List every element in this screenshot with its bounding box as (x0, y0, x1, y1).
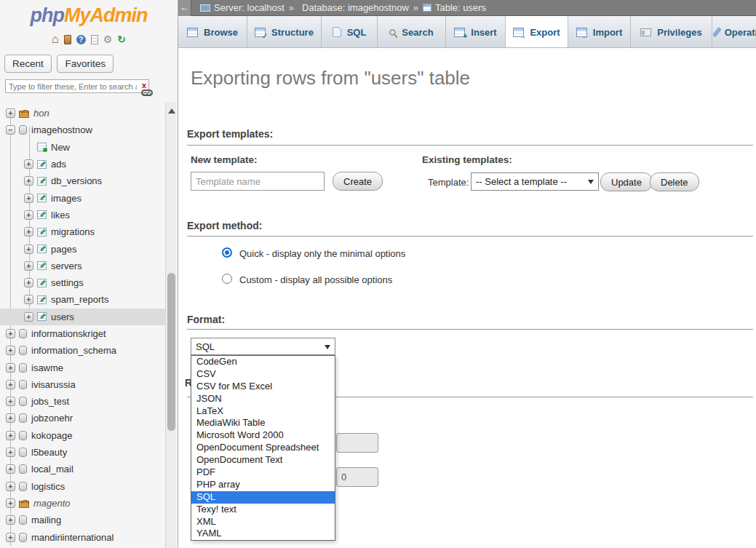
custom-export-radio[interactable] (222, 274, 232, 284)
tree-item-kokopage[interactable]: +kokopage (0, 427, 166, 444)
delete-template-button[interactable]: Delete (650, 172, 699, 191)
tree-item-label[interactable]: mailing (31, 515, 61, 525)
tab-search[interactable]: Search (378, 16, 446, 48)
tree-item-local_mail[interactable]: +local_mail (0, 461, 166, 477)
collapse-nav-button[interactable]: ← (178, 0, 191, 16)
expand-toggle-icon[interactable]: + (6, 448, 15, 457)
help-icon[interactable]: ? (76, 35, 86, 44)
tree-item-label[interactable]: migrations (51, 226, 95, 237)
tree-item-ivisarussia[interactable]: +ivisarussia (0, 376, 166, 393)
expand-toggle-icon[interactable]: + (24, 176, 33, 186)
settings-icon[interactable]: ⚙ (103, 34, 113, 44)
tree-item-label[interactable]: l5beauty (31, 447, 67, 458)
tree-item-jobzonehr[interactable]: +jobzonehr (0, 410, 166, 426)
format-option-latex[interactable]: LaTeX (191, 405, 335, 418)
tree-item-label[interactable]: imagehostnow (31, 124, 92, 135)
create-template-button[interactable]: Create (333, 172, 383, 191)
tree-item-label[interactable]: mandiriinternational (31, 532, 114, 543)
format-option-php-array[interactable]: PHP array (191, 479, 335, 491)
tree-item-label[interactable]: likes (51, 210, 70, 221)
format-option-opendocument-spreadsheet[interactable]: OpenDocument Spreadsheet (191, 442, 335, 454)
tree-item-spam_reports[interactable]: +spam_reports (0, 291, 166, 308)
tab-import[interactable]: Import (568, 16, 631, 48)
tree-item-logistics[interactable]: +logistics (0, 478, 166, 495)
update-template-button[interactable]: Update (600, 172, 653, 191)
tree-item-label[interactable]: informationskriget (31, 328, 106, 339)
tree-item-pages[interactable]: +pages (0, 240, 166, 257)
tab-insert[interactable]: Insert (446, 16, 506, 48)
tree-item-magento[interactable]: +magento (0, 495, 166, 512)
custom-export-label[interactable]: Custom - display all possible options (239, 274, 392, 285)
tree-item-settings[interactable]: +settings (0, 274, 166, 291)
tree-item-label[interactable]: spam_reports (51, 294, 108, 305)
expand-toggle-icon[interactable]: + (24, 159, 33, 169)
tree-item-ads[interactable]: +ads (0, 156, 166, 172)
tree-item-label[interactable]: kokopage (31, 430, 72, 441)
existing-template-select[interactable]: -- Select a template -- (471, 172, 599, 191)
expand-toggle-icon[interactable]: + (24, 227, 33, 237)
tree-item-label[interactable]: db_versions (51, 175, 102, 186)
tree-item-label[interactable]: ads (51, 159, 66, 170)
tree-scrollbar-thumb[interactable] (167, 273, 175, 431)
tree-item-l5beauty[interactable]: +l5beauty (0, 444, 166, 461)
refresh-icon[interactable]: ↻ (117, 34, 126, 44)
format-option-codegen[interactable]: CodeGen (191, 356, 335, 368)
tree-item-label[interactable]: settings (51, 277, 84, 288)
expand-toggle-icon[interactable]: + (6, 533, 15, 542)
tree-item-label[interactable]: local_mail (31, 464, 73, 474)
tree-item-label[interactable]: information_schema (31, 345, 116, 356)
tab-export[interactable]: Export (506, 16, 568, 48)
tree-item-label[interactable]: hon (33, 108, 49, 119)
breadcrumb-server[interactable]: Server: localhost (200, 2, 285, 13)
expand-toggle-icon[interactable]: + (6, 346, 15, 355)
expand-toggle-icon[interactable]: + (6, 482, 15, 491)
expand-toggle-icon[interactable]: + (24, 261, 33, 271)
expand-toggle-icon[interactable]: + (24, 295, 33, 304)
tree-item-label[interactable]: ivisarussia (31, 379, 76, 390)
favorites-button[interactable]: Favorites (57, 55, 114, 73)
format-option-json[interactable]: JSON (191, 393, 335, 405)
template-name-input[interactable] (191, 172, 325, 191)
tree-item-label[interactable]: jobs_test (31, 396, 69, 407)
collapse-toggle-icon[interactable]: − (6, 125, 15, 135)
expand-toggle-icon[interactable]: + (6, 108, 15, 118)
tree-item-users[interactable]: +users (0, 309, 166, 325)
recent-button[interactable]: Recent (4, 55, 52, 73)
number-of-rows-input[interactable] (336, 433, 378, 453)
tree-item-label[interactable]: users (51, 311, 74, 322)
tab-operations[interactable]: Operations (712, 16, 756, 48)
expand-toggle-icon[interactable]: + (6, 380, 15, 389)
expand-toggle-icon[interactable]: + (6, 515, 15, 525)
format-option-pdf[interactable]: PDF (191, 466, 335, 479)
tree-scrollbar[interactable] (165, 102, 176, 548)
expand-toggle-icon[interactable]: + (6, 431, 15, 440)
tree-item-mailing[interactable]: +mailing (0, 512, 166, 528)
tree-item-label[interactable]: logistics (31, 481, 65, 492)
tree-filter-input[interactable] (5, 79, 149, 93)
tree-item-label[interactable]: magento (33, 498, 71, 509)
tab-sql[interactable]: SQL (322, 16, 378, 48)
tree-item-jobs_test[interactable]: +jobs_test (0, 393, 166, 410)
expand-toggle-icon[interactable]: + (24, 245, 33, 254)
expand-toggle-icon[interactable]: + (6, 329, 15, 338)
tree-item-db_versions[interactable]: +db_versions (0, 172, 166, 189)
tree-item-new[interactable]: +New (0, 139, 166, 156)
tree-item-label[interactable]: servers (51, 261, 82, 271)
tree-item-label[interactable]: images (51, 193, 81, 204)
quick-export-radio[interactable] (222, 247, 232, 258)
format-select[interactable]: SQL (191, 338, 335, 355)
tree-item-mandiriinternational[interactable]: +mandiriinternational (0, 528, 166, 545)
expand-toggle-icon[interactable]: + (6, 363, 15, 373)
tree-item-label[interactable]: New (51, 142, 70, 153)
scroll-up-arrow-icon[interactable] (168, 105, 175, 114)
link-with-main-panel-icon[interactable] (141, 90, 153, 96)
tab-privileges[interactable]: Privileges (631, 16, 712, 48)
filter-clear-icon[interactable]: x (142, 81, 146, 90)
format-option-sql[interactable]: SQL (191, 491, 335, 504)
tab-structure[interactable]: Structure (247, 16, 322, 48)
expand-toggle-icon[interactable]: + (6, 397, 15, 406)
expand-toggle-icon[interactable]: + (6, 413, 15, 423)
format-option-opendocument-text[interactable]: OpenDocument Text (191, 454, 335, 466)
row-begin-input[interactable] (336, 467, 378, 487)
breadcrumb-database[interactable]: Database: imagehostnow (298, 2, 409, 13)
